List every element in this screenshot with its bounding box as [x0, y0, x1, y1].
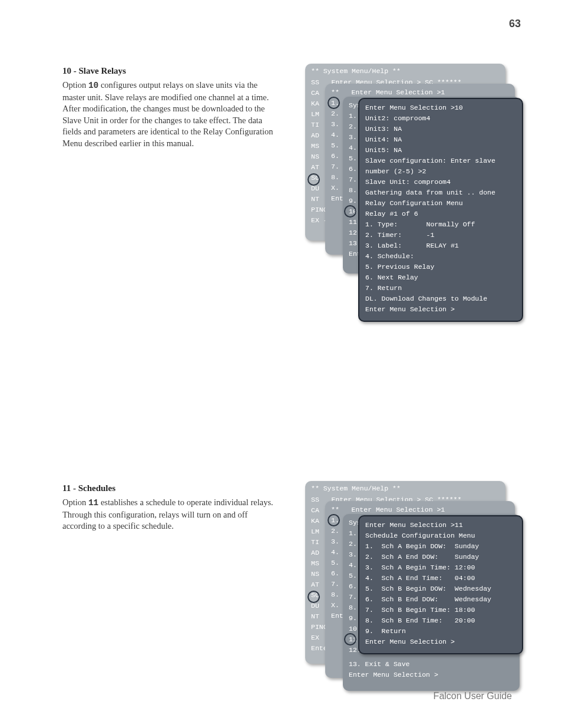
- term2-layer-d: Enter Menu Selection >11 Schedule Config…: [358, 515, 523, 654]
- lD-3: Unit4: NA: [365, 134, 516, 145]
- lD-2: Unit3: NA: [365, 124, 516, 134]
- section-10-body: Option 10 configures output relays on sl…: [62, 80, 280, 149]
- terminal-stack-11: ** System Menu/Help ** SS Enter Menu Sel…: [305, 481, 517, 714]
- lD-21: DL. Download Changes to Module: [365, 294, 516, 304]
- lD-9: Slave Unit: comproom4: [365, 177, 516, 187]
- l2C-exit: 13. Exit & Save: [349, 659, 514, 670]
- lD-12: Relay Configuration Menu: [365, 198, 516, 209]
- section-11-title: 11 - Schedules: [62, 483, 280, 493]
- l2D-r6: 6. Sch B End DOW: Wednesday: [365, 594, 516, 605]
- l2D-r8: 8. Sch B End Time: 20:00: [365, 615, 516, 626]
- page-number: 63: [509, 18, 521, 30]
- lD-4: Unit5: NA: [365, 145, 516, 156]
- l2D-r4: 4. Sch A End Time: 04:00: [365, 573, 516, 584]
- lD-1: Unit2: comproom4: [365, 113, 516, 124]
- lD-15: 2. Timer: -1: [365, 230, 516, 241]
- section-11-body-a: Option: [62, 498, 88, 507]
- lD-head: Enter Menu Selection >10: [365, 103, 516, 113]
- circle-11-icon: [344, 633, 356, 645]
- section-11: 11 - Schedules Option 11 establishes a s…: [62, 483, 280, 532]
- l2D-head: Enter Menu Selection >11: [365, 520, 516, 531]
- lD-13: Relay #1 of 6: [365, 209, 516, 219]
- circle-1b-icon: [328, 514, 340, 526]
- l2D-r1: 1. Sch A Begin DOW: Sunday: [365, 541, 516, 552]
- section-10-body-a: Option: [62, 80, 88, 90]
- lD-6: Slave configuration: Enter slave: [365, 156, 516, 166]
- section-11-body: Option 11 establishes a schedule to oper…: [62, 497, 280, 532]
- section-10-body-b: configures output relays on slave units …: [62, 80, 273, 148]
- section-11-opt: 11: [88, 498, 98, 508]
- circle-1-icon: [328, 97, 340, 109]
- lD-7: number (2-5) >2: [365, 166, 516, 177]
- l2D-enter: Enter Menu Selection >: [365, 637, 516, 647]
- lD-17: 4. Schedule:: [365, 251, 516, 262]
- lD-20: 7. Return: [365, 283, 516, 294]
- terminal-stack-10: ** System Menu/Help ** SS Enter Menu Sel…: [305, 64, 517, 370]
- section-10-title: 10 - Slave Relays: [62, 66, 280, 76]
- l2D-title: Schedule Configuration Menu: [365, 531, 516, 541]
- l2C-enter: Enter Menu Selection >: [349, 670, 514, 680]
- circle-10-icon: [344, 205, 356, 218]
- lD-10: Gathering data from unit .. done: [365, 187, 516, 198]
- sysmenu-title: ** System Menu/Help **: [311, 67, 500, 75]
- circle-sc2-icon: [308, 591, 320, 603]
- footer-text: Falcon User Guide: [434, 691, 512, 701]
- circle-sc-icon: [308, 173, 320, 186]
- lD-18: 5. Previous Relay: [365, 262, 516, 272]
- lD-14: 1. Type: Normally Off: [365, 219, 516, 230]
- section-10-opt: 10: [88, 81, 98, 90]
- lD-22: Enter Menu Selection >: [365, 304, 516, 315]
- l2D-r5: 5. Sch B Begin DOW: Wednesday: [365, 584, 516, 594]
- l2D-r9: 9. Return: [365, 626, 516, 637]
- page: 63 10 - Slave Relays Option 10 configure…: [0, 0, 562, 728]
- section-10: 10 - Slave Relays Option 10 configures o…: [62, 66, 280, 149]
- sysmenu-title-2: ** System Menu/Help **: [311, 485, 500, 492]
- l2D-r3: 3. Sch A Begin Time: 12:00: [365, 562, 516, 573]
- lD-19: 6. Next Relay: [365, 272, 516, 283]
- term-layer-d: Enter Menu Selection >10 Unit2: comproom…: [358, 98, 523, 322]
- l2D-r2: 2. Sch A End DOW: Sunday: [365, 552, 516, 562]
- lD-16: 3. Label: RELAY #1: [365, 241, 516, 251]
- l2D-r7: 7. Sch B Begin Time: 18:00: [365, 605, 516, 615]
